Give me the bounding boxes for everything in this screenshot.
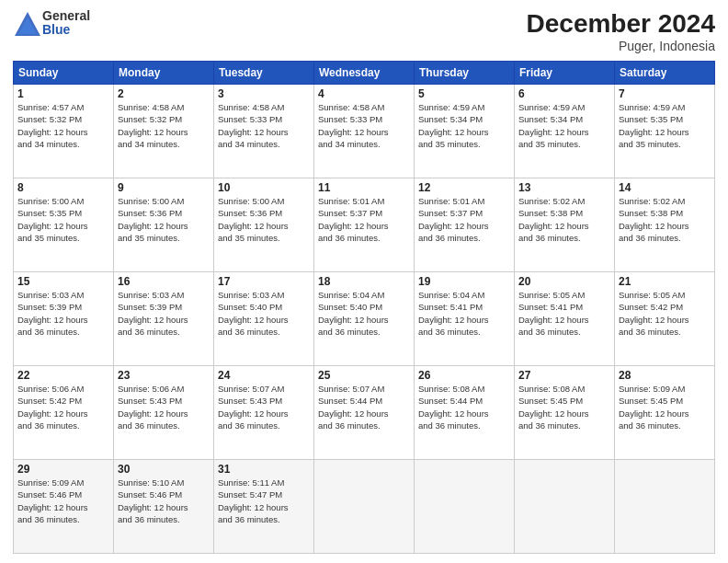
month-title: December 2024	[527, 9, 715, 39]
title-block: December 2024 Puger, Indonesia	[527, 9, 715, 53]
day-info: Sunrise: 4:58 AM Sunset: 5:33 PM Dayligh…	[218, 101, 310, 150]
calendar-cell: 31Sunrise: 5:11 AM Sunset: 5:47 PM Dayli…	[214, 460, 314, 554]
calendar-cell: 16Sunrise: 5:03 AM Sunset: 5:39 PM Dayli…	[114, 272, 214, 366]
logo-text: General Blue	[42, 9, 90, 38]
day-number: 11	[318, 181, 410, 194]
day-info: Sunrise: 5:04 AM Sunset: 5:41 PM Dayligh…	[418, 289, 510, 338]
calendar-cell: 24Sunrise: 5:07 AM Sunset: 5:43 PM Dayli…	[214, 366, 314, 460]
day-info: Sunrise: 5:08 AM Sunset: 5:44 PM Dayligh…	[418, 383, 510, 431]
week-row-2: 8Sunrise: 5:00 AM Sunset: 5:35 PM Daylig…	[14, 178, 715, 272]
calendar-cell	[314, 460, 415, 554]
day-number: 16	[118, 275, 210, 288]
weekday-monday: Monday	[114, 62, 214, 85]
day-number: 20	[518, 275, 610, 288]
day-number: 3	[218, 87, 310, 100]
calendar-cell: 19Sunrise: 5:04 AM Sunset: 5:41 PM Dayli…	[415, 272, 515, 366]
day-number: 23	[118, 369, 210, 382]
day-number: 19	[418, 275, 510, 288]
day-info: Sunrise: 5:05 AM Sunset: 5:42 PM Dayligh…	[619, 289, 711, 338]
calendar-cell: 8Sunrise: 5:00 AM Sunset: 5:35 PM Daylig…	[14, 178, 114, 272]
day-info: Sunrise: 5:09 AM Sunset: 5:45 PM Dayligh…	[619, 383, 711, 431]
day-info: Sunrise: 5:06 AM Sunset: 5:43 PM Dayligh…	[118, 383, 210, 431]
calendar-cell	[515, 460, 615, 554]
weekday-thursday: Thursday	[415, 62, 515, 85]
calendar-cell: 22Sunrise: 5:06 AM Sunset: 5:42 PM Dayli…	[14, 366, 114, 460]
calendar-cell: 17Sunrise: 5:03 AM Sunset: 5:40 PM Dayli…	[214, 272, 314, 366]
day-number: 1	[17, 87, 109, 100]
page: General Blue December 2024 Puger, Indone…	[0, 0, 728, 563]
day-info: Sunrise: 5:05 AM Sunset: 5:41 PM Dayligh…	[518, 289, 610, 338]
calendar-cell: 30Sunrise: 5:10 AM Sunset: 5:46 PM Dayli…	[114, 460, 214, 554]
calendar-cell: 3Sunrise: 4:58 AM Sunset: 5:33 PM Daylig…	[214, 85, 314, 178]
logo-general: General	[42, 9, 90, 23]
day-info: Sunrise: 4:58 AM Sunset: 5:32 PM Dayligh…	[118, 101, 210, 150]
day-number: 2	[118, 87, 210, 100]
day-info: Sunrise: 4:59 AM Sunset: 5:34 PM Dayligh…	[518, 101, 610, 150]
location: Puger, Indonesia	[527, 39, 715, 53]
week-row-3: 15Sunrise: 5:03 AM Sunset: 5:39 PM Dayli…	[14, 272, 715, 366]
week-row-5: 29Sunrise: 5:09 AM Sunset: 5:46 PM Dayli…	[14, 460, 715, 554]
header: General Blue December 2024 Puger, Indone…	[13, 9, 715, 53]
calendar-cell: 14Sunrise: 5:02 AM Sunset: 5:38 PM Dayli…	[615, 178, 715, 272]
day-number: 21	[619, 275, 711, 288]
day-info: Sunrise: 5:00 AM Sunset: 5:36 PM Dayligh…	[218, 195, 310, 244]
day-info: Sunrise: 5:04 AM Sunset: 5:40 PM Dayligh…	[318, 289, 410, 338]
day-number: 31	[218, 463, 310, 476]
calendar-cell: 10Sunrise: 5:00 AM Sunset: 5:36 PM Dayli…	[214, 178, 314, 272]
logo-icon	[13, 10, 39, 36]
weekday-friday: Friday	[515, 62, 615, 85]
day-info: Sunrise: 5:01 AM Sunset: 5:37 PM Dayligh…	[418, 195, 510, 244]
day-number: 25	[318, 369, 410, 382]
day-info: Sunrise: 5:03 AM Sunset: 5:39 PM Dayligh…	[17, 289, 109, 338]
day-number: 28	[619, 369, 711, 382]
day-number: 7	[619, 87, 711, 100]
calendar-cell: 6Sunrise: 4:59 AM Sunset: 5:34 PM Daylig…	[515, 85, 615, 178]
day-info: Sunrise: 5:10 AM Sunset: 5:46 PM Dayligh…	[118, 477, 210, 525]
day-info: Sunrise: 5:02 AM Sunset: 5:38 PM Dayligh…	[518, 195, 610, 244]
day-number: 15	[17, 275, 109, 288]
calendar-cell: 26Sunrise: 5:08 AM Sunset: 5:44 PM Dayli…	[415, 366, 515, 460]
week-row-1: 1Sunrise: 4:57 AM Sunset: 5:32 PM Daylig…	[14, 85, 715, 178]
calendar-cell: 29Sunrise: 5:09 AM Sunset: 5:46 PM Dayli…	[14, 460, 114, 554]
calendar-cell: 9Sunrise: 5:00 AM Sunset: 5:36 PM Daylig…	[114, 178, 214, 272]
day-number: 9	[118, 181, 210, 194]
day-number: 24	[218, 369, 310, 382]
day-number: 18	[318, 275, 410, 288]
calendar-cell: 11Sunrise: 5:01 AM Sunset: 5:37 PM Dayli…	[314, 178, 415, 272]
calendar-cell: 25Sunrise: 5:07 AM Sunset: 5:44 PM Dayli…	[314, 366, 415, 460]
day-number: 12	[418, 181, 510, 194]
day-info: Sunrise: 5:03 AM Sunset: 5:40 PM Dayligh…	[218, 289, 310, 338]
day-number: 22	[17, 369, 109, 382]
calendar-cell: 18Sunrise: 5:04 AM Sunset: 5:40 PM Dayli…	[314, 272, 415, 366]
day-info: Sunrise: 4:58 AM Sunset: 5:33 PM Dayligh…	[318, 101, 410, 150]
calendar-cell: 7Sunrise: 4:59 AM Sunset: 5:35 PM Daylig…	[615, 85, 715, 178]
calendar-cell: 20Sunrise: 5:05 AM Sunset: 5:41 PM Dayli…	[515, 272, 615, 366]
logo-blue: Blue	[42, 23, 90, 37]
logo: General Blue	[13, 9, 90, 38]
day-number: 8	[17, 181, 109, 194]
day-info: Sunrise: 4:57 AM Sunset: 5:32 PM Dayligh…	[17, 101, 109, 150]
calendar-cell	[415, 460, 515, 554]
calendar-cell	[615, 460, 715, 554]
day-info: Sunrise: 5:07 AM Sunset: 5:44 PM Dayligh…	[318, 383, 410, 431]
calendar-cell: 1Sunrise: 4:57 AM Sunset: 5:32 PM Daylig…	[14, 85, 114, 178]
day-number: 13	[518, 181, 610, 194]
calendar-cell: 27Sunrise: 5:08 AM Sunset: 5:45 PM Dayli…	[515, 366, 615, 460]
day-info: Sunrise: 4:59 AM Sunset: 5:35 PM Dayligh…	[619, 101, 711, 150]
day-number: 4	[318, 87, 410, 100]
calendar-cell: 23Sunrise: 5:06 AM Sunset: 5:43 PM Dayli…	[114, 366, 214, 460]
day-info: Sunrise: 5:02 AM Sunset: 5:38 PM Dayligh…	[619, 195, 711, 244]
calendar-cell: 13Sunrise: 5:02 AM Sunset: 5:38 PM Dayli…	[515, 178, 615, 272]
calendar-cell: 21Sunrise: 5:05 AM Sunset: 5:42 PM Dayli…	[615, 272, 715, 366]
calendar-cell: 2Sunrise: 4:58 AM Sunset: 5:32 PM Daylig…	[114, 85, 214, 178]
day-number: 27	[518, 369, 610, 382]
day-info: Sunrise: 5:03 AM Sunset: 5:39 PM Dayligh…	[118, 289, 210, 338]
calendar-cell: 4Sunrise: 4:58 AM Sunset: 5:33 PM Daylig…	[314, 85, 415, 178]
day-info: Sunrise: 5:11 AM Sunset: 5:47 PM Dayligh…	[218, 477, 310, 525]
day-number: 26	[418, 369, 510, 382]
weekday-saturday: Saturday	[615, 62, 715, 85]
weekday-tuesday: Tuesday	[214, 62, 314, 85]
calendar-cell: 15Sunrise: 5:03 AM Sunset: 5:39 PM Dayli…	[14, 272, 114, 366]
day-number: 30	[118, 463, 210, 476]
weekday-sunday: Sunday	[14, 62, 114, 85]
